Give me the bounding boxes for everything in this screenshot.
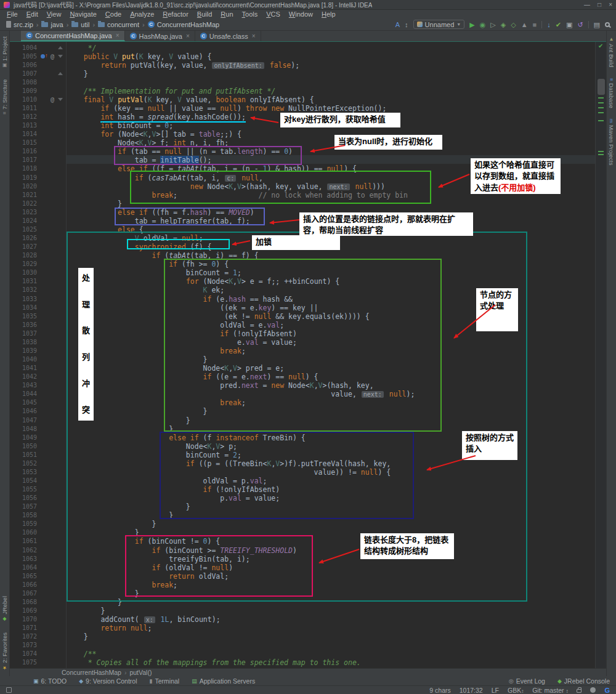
profiler-icon[interactable]: ◈ bbox=[501, 20, 506, 29]
google-icon[interactable]: G bbox=[604, 687, 610, 694]
code-line-1074[interactable]: /** bbox=[67, 650, 96, 658]
menu-help[interactable]: Help bbox=[317, 10, 340, 18]
code-line-1054[interactable]: oldVal = p.val; bbox=[67, 477, 267, 485]
tool-window-button-6-todo[interactable]: ▣6: TODO bbox=[33, 677, 67, 685]
lock-icon[interactable] bbox=[577, 689, 582, 693]
code-line-1071[interactable]: return null; bbox=[67, 624, 152, 632]
code-line-1063[interactable]: treeifyBin(tab, i); bbox=[67, 555, 250, 563]
menu-code[interactable]: Code bbox=[101, 10, 126, 18]
code-line-1036[interactable]: oldVal = e.val; bbox=[67, 321, 284, 329]
code-line-1011[interactable]: if (key == null || value == null) throw … bbox=[67, 104, 386, 113]
breadcrumb-item-concurrent[interactable]: concurrent bbox=[98, 21, 139, 28]
code-line-1004[interactable]: */ bbox=[67, 44, 96, 52]
code-line-1009[interactable]: /** Implementation for put and putIfAbse… bbox=[67, 87, 275, 95]
vcs-compare-icon[interactable]: ▣ bbox=[566, 20, 572, 29]
code-line-1048[interactable]: } bbox=[67, 425, 173, 434]
code-line-1041[interactable]: Node<K,V> pred = e; bbox=[67, 364, 284, 373]
code-line-1006[interactable]: return putVal(key, value, onlyIfAbsent: … bbox=[67, 61, 299, 70]
sort-icon[interactable]: ↕ bbox=[405, 20, 408, 29]
code-line-1044[interactable]: value, next: null); bbox=[67, 390, 415, 399]
rerun-icon[interactable]: ▲ bbox=[521, 20, 528, 29]
code-line-1070[interactable]: addCount( x: 1L, binCount); bbox=[67, 615, 221, 624]
code-line-1067[interactable]: } bbox=[67, 589, 139, 598]
fold-marker-icon[interactable] bbox=[58, 72, 63, 75]
code-line-1065[interactable]: return oldVal; bbox=[67, 572, 229, 581]
tool-strip-button-2-favorites[interactable]: ★2: Favorites bbox=[1, 632, 8, 671]
code-line-1034[interactable]: ((ek = e.key) == key || bbox=[67, 304, 318, 312]
translate-icon[interactable]: A bbox=[395, 20, 400, 29]
override-method-icon[interactable] bbox=[41, 52, 49, 60]
menu-vcs[interactable]: VCS bbox=[262, 10, 285, 18]
git-branch[interactable]: Git: master ↕ bbox=[532, 687, 568, 694]
breadcrumb-method[interactable]: putVal() bbox=[129, 669, 152, 676]
code-line-1026[interactable]: V oldVal = null; bbox=[67, 234, 203, 243]
code-line-1027[interactable]: synchronized (f) { bbox=[67, 243, 211, 251]
menu-view[interactable]: View bbox=[43, 10, 66, 18]
code-line-1060[interactable]: } bbox=[67, 528, 139, 537]
close-button[interactable]: × bbox=[609, 1, 612, 8]
close-icon[interactable]: × bbox=[116, 32, 120, 39]
tool-strip-button-7-structure[interactable]: ≡7: Structure bbox=[1, 79, 8, 115]
code-line-1061[interactable]: if (binCount != 0) { bbox=[67, 537, 220, 546]
breadcrumb-class[interactable]: ConcurrentHashMap bbox=[62, 669, 121, 676]
vcs-update-button[interactable]: ↓ bbox=[547, 20, 551, 29]
code-line-1072[interactable]: } bbox=[67, 632, 88, 641]
code-line-1051[interactable]: binCount = 2; bbox=[67, 451, 241, 459]
code-line-1037[interactable]: if (!onlyIfAbsent) bbox=[67, 329, 297, 338]
close-icon[interactable]: × bbox=[186, 33, 190, 39]
undo-button[interactable]: ↺ bbox=[577, 20, 583, 29]
tool-strip-button-1-project[interactable]: ▣1: Project bbox=[1, 36, 8, 68]
tool-strip-button-maven-projects[interactable]: mMaven Projects bbox=[608, 119, 615, 165]
menu-tools[interactable]: Tools bbox=[238, 10, 262, 18]
run-config-select[interactable]: Unnamed▼ bbox=[413, 20, 465, 29]
caret-position[interactable]: 1017:32 bbox=[460, 687, 483, 694]
breadcrumb-item-java[interactable]: java bbox=[41, 21, 63, 28]
code-line-1017[interactable]: tab = initTable(); bbox=[67, 156, 211, 164]
file-encoding[interactable]: GBK↕ bbox=[508, 687, 524, 694]
code-line-1007[interactable]: } bbox=[67, 70, 88, 78]
attach-icon[interactable]: ◇ bbox=[511, 20, 516, 29]
menu-run[interactable]: Run bbox=[216, 10, 237, 18]
code-line-1053[interactable]: value)) != null) { bbox=[67, 468, 391, 477]
saved-snapshots-icon[interactable]: ▤ bbox=[594, 20, 600, 29]
code-line-1015[interactable]: Node<K,V> f; int n, i, fh; bbox=[67, 139, 229, 147]
code-line-1022[interactable]: } bbox=[67, 200, 122, 208]
code-line-1023[interactable]: else if ((fh = f.hash) == MOVED) bbox=[67, 208, 254, 217]
code-line-1025[interactable]: else { bbox=[67, 225, 144, 234]
scrollbar-thumb[interactable] bbox=[598, 79, 605, 95]
tab-concurrenthashmap.java[interactable]: CConcurrentHashMap.java× bbox=[21, 31, 125, 41]
code-line-1016[interactable]: if (tab == null || (n = tab.length) == 0… bbox=[67, 147, 293, 156]
code-line-1038[interactable]: e.val = value; bbox=[67, 338, 297, 347]
code-line-1019[interactable]: if (casTabAt(tab, i, c: null, bbox=[67, 174, 263, 183]
code-line-1075[interactable]: * Copies all of the mappings from the sp… bbox=[67, 658, 361, 667]
code-line-1049[interactable]: else if (f instanceof TreeBin) { bbox=[67, 434, 306, 442]
debug-button[interactable]: ◉ bbox=[480, 20, 486, 29]
tool-strip-button-ant-build[interactable]: ▲Ant Build bbox=[608, 36, 615, 67]
tool-window-button-terminal[interactable]: ▮Terminal bbox=[150, 677, 180, 685]
code-line-1058[interactable]: } bbox=[67, 511, 173, 520]
editor[interactable]: 1004100510061007100810091010101110121013… bbox=[10, 42, 606, 668]
tool-strip-button-database[interactable]: ≡Database bbox=[608, 78, 615, 108]
code-line-1020[interactable]: new Node<K,V>(hash, key, value, next: nu… bbox=[67, 182, 385, 192]
breadcrumb-item-concurrenthashmap[interactable]: CConcurrentHashMap bbox=[148, 21, 220, 28]
code-line-1043[interactable]: pred.next = new Node<K,V>(hash, key, bbox=[67, 381, 374, 390]
line-separator[interactable]: LF bbox=[492, 687, 499, 694]
menu-file[interactable]: File bbox=[2, 10, 22, 18]
code-line-1021[interactable]: break; // no lock when adding to empty b… bbox=[67, 191, 408, 200]
code-line-1005[interactable]: public V put(K key, V value) { bbox=[67, 52, 212, 61]
fold-marker-icon[interactable] bbox=[58, 46, 63, 49]
fold-marker-icon[interactable] bbox=[58, 98, 63, 101]
close-icon[interactable]: × bbox=[252, 33, 256, 39]
menu-build[interactable]: Build bbox=[193, 10, 216, 18]
code-line-1014[interactable]: for (Node<K,V>[] tab = table;;) { bbox=[67, 130, 241, 139]
minimize-button[interactable]: — bbox=[584, 1, 590, 8]
code-line-1066[interactable]: break; bbox=[67, 581, 177, 589]
code-line-1018[interactable]: else if ((f = tabAt(tab, i = (n - 1) & h… bbox=[67, 164, 357, 173]
code-line-1055[interactable]: if (!onlyIfAbsent) bbox=[67, 485, 280, 494]
stop-button[interactable]: ■ bbox=[533, 20, 537, 29]
code-line-1064[interactable]: if (oldVal != null) bbox=[67, 563, 233, 572]
code-line-1012[interactable]: int hash = spread(key.hashCode()); bbox=[67, 113, 246, 121]
code-line-1010[interactable]: final V putVal(K key, V value, boolean o… bbox=[67, 95, 314, 104]
code-line-1024[interactable]: tab = helpTransfer(tab, f); bbox=[67, 217, 250, 225]
fold-marker-icon[interactable] bbox=[58, 55, 63, 58]
